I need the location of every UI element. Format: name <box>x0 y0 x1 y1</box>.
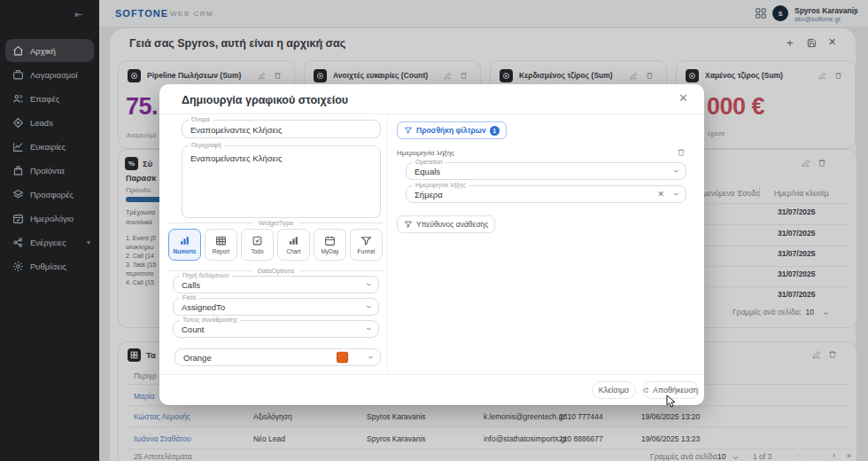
modal-title: Δημιουργία γραφικού στοιχείου <box>182 94 348 106</box>
operation-select[interactable]: Operation Equals <box>406 162 686 180</box>
description-label: Περιγραφή <box>189 142 224 148</box>
myday-icon <box>324 235 336 246</box>
assignee-filter-button[interactable]: Υπεύθυνος ανάθεσης <box>397 215 495 233</box>
funnel-icon <box>404 220 413 229</box>
chevron-down-icon <box>365 325 373 333</box>
aggregation-select[interactable]: Τύπος συνάθροισης Count <box>173 320 379 338</box>
delete-filter-icon[interactable] <box>677 148 686 157</box>
description-value: Εναπομείναντες Κλήσεις <box>190 153 282 163</box>
data-source-select[interactable]: Πηγή δεδομένων Calls <box>173 276 379 293</box>
create-widget-modal: Δημιουργία γραφικού στοιχείου ✕ Όνομα Εν… <box>159 84 704 405</box>
orange-swatch <box>337 352 348 363</box>
numeric-icon <box>179 235 190 246</box>
todo-icon <box>252 235 263 246</box>
widget-type-todo[interactable]: Todo <box>241 229 274 261</box>
widget-type-myday[interactable]: MyDay <box>314 229 346 261</box>
funnel-icon <box>360 235 372 246</box>
filter-group-title: Ημερομηνία λήξης <box>397 149 454 157</box>
close-button[interactable]: Κλείσιμο <box>592 381 636 399</box>
due-date-select[interactable]: Ημερομηνία λήξης Σήμερα ✕ <box>406 185 686 203</box>
name-label: Όνομα <box>189 116 213 122</box>
widget-type-funnel[interactable]: Funnel <box>350 229 383 261</box>
add-filters-button[interactable]: Προσθήκη φίλτρων 1 <box>397 121 507 139</box>
filter-count-badge: 1 <box>490 126 500 136</box>
color-select[interactable]: Orange <box>174 348 381 366</box>
widget-type-report[interactable]: Report <box>205 229 237 261</box>
close-icon[interactable]: ✕ <box>678 91 688 105</box>
clear-value-icon[interactable]: ✕ <box>657 190 664 199</box>
report-icon <box>215 235 227 246</box>
widget-type-chart[interactable]: Chart <box>277 229 310 261</box>
chevron-down-icon <box>672 191 680 199</box>
widget-type-legend: WidgetType <box>168 219 384 227</box>
app-window: ⇤ Αρχική Λογαριασμοί Επαφές Leads Ευκαιρ… <box>0 0 868 461</box>
chevron-down-icon <box>672 168 680 176</box>
field-select[interactable]: Field AssignedTo <box>173 298 379 316</box>
chevron-down-icon <box>365 303 373 311</box>
loading-spinner-icon <box>643 387 649 395</box>
name-value: Εναπομείναντες Κλήσεις <box>190 124 282 134</box>
chevron-down-icon <box>367 354 375 362</box>
funnel-icon <box>404 126 413 135</box>
widget-type-numeric[interactable]: Numeric <box>168 229 201 261</box>
chevron-down-icon <box>365 281 373 289</box>
widget-type-options: Numeric Report Todo Chart MyDay Funnel <box>168 229 383 261</box>
chart-icon <box>288 235 299 246</box>
name-input[interactable]: Όνομα Εναπομείναντες Κλήσεις <box>182 120 381 138</box>
description-textarea[interactable]: Περιγραφή Εναπομείναντες Κλήσεις <box>182 145 381 218</box>
cursor-pointer-icon <box>666 395 677 408</box>
